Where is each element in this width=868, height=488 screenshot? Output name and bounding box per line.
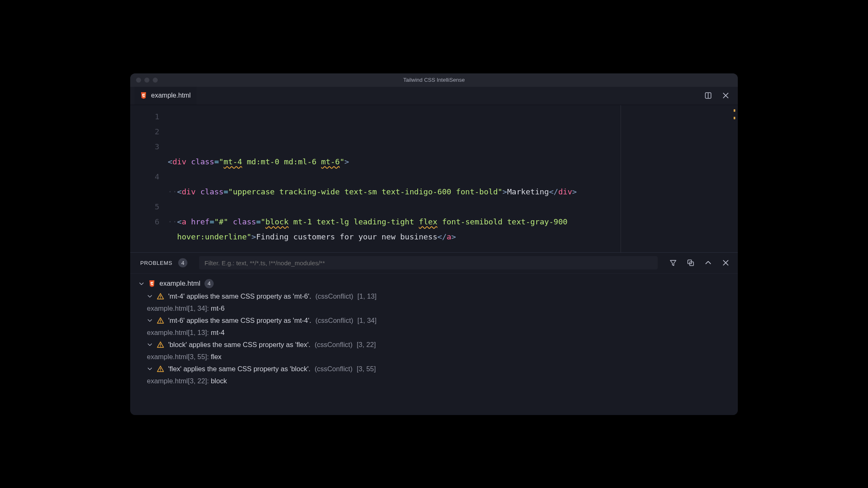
warning-icon [157, 341, 164, 348]
problem-related[interactable]: example.html[3, 22]: block [136, 375, 738, 387]
maximize-window-button[interactable] [153, 78, 158, 83]
html-file-icon [149, 280, 155, 287]
collapse-all-icon[interactable] [687, 259, 694, 267]
problems-filter-input[interactable] [199, 256, 658, 269]
problems-panel: PROBLEMS 4 example.html 4 'mt-4' appli [130, 252, 738, 415]
tab-example-html[interactable]: example.html [134, 87, 197, 105]
line-number-gutter: 1 2 3 4 5 6 [130, 105, 168, 252]
tab-label: example.html [151, 92, 191, 99]
problem-row[interactable]: 'block' applies the same CSS property as… [136, 339, 738, 351]
chevron-down-icon[interactable] [147, 317, 153, 323]
overview-ruler [734, 109, 735, 119]
titlebar: Tailwind CSS IntelliSense [130, 73, 738, 87]
panel-title[interactable]: PROBLEMS [140, 260, 172, 266]
chevron-down-icon[interactable] [147, 293, 153, 299]
warning-icon [157, 293, 164, 300]
tab-bar: example.html [130, 87, 738, 105]
chevron-down-icon[interactable] [139, 281, 144, 287]
warning-icon [157, 317, 164, 324]
window-controls [130, 78, 158, 83]
chevron-down-icon[interactable] [147, 342, 153, 347]
problems-count-badge: 4 [178, 258, 187, 267]
window-title: Tailwind CSS IntelliSense [130, 77, 738, 83]
close-panel-icon[interactable] [722, 259, 729, 267]
problem-row[interactable]: 'mt-4' applies the same CSS property as … [136, 290, 738, 302]
filter-icon[interactable] [669, 259, 677, 267]
problem-related[interactable]: example.html[1, 13]: mt-4 [136, 327, 738, 339]
warning-icon [157, 365, 164, 372]
code-editor[interactable]: 1 2 3 4 5 6 <div class="mt-4 md:mt-0 md:… [130, 105, 738, 252]
problem-related[interactable]: example.html[1, 34]: mt-6 [136, 302, 738, 314]
minimize-window-button[interactable] [144, 78, 149, 83]
problem-related[interactable]: example.html[3, 55]: flex [136, 351, 738, 363]
chevron-down-icon[interactable] [147, 366, 153, 372]
close-window-button[interactable] [136, 78, 141, 83]
panel-header: PROBLEMS 4 [130, 253, 738, 274]
problems-tree[interactable]: example.html 4 'mt-4' applies the same C… [130, 274, 738, 415]
problems-file-name: example.html [159, 279, 200, 287]
problem-row[interactable]: 'flex' applies the same CSS property as … [136, 363, 738, 375]
file-problems-count-badge: 4 [204, 279, 214, 288]
problems-file-row[interactable]: example.html 4 [136, 277, 738, 290]
chevron-up-icon[interactable] [704, 259, 712, 267]
editor-window: Tailwind CSS IntelliSense example.html 1… [130, 73, 738, 415]
code-content[interactable]: <div class="mt-4 md:mt-0 md:ml-6 mt-6"> … [168, 105, 738, 252]
html-file-icon [140, 92, 147, 99]
close-tab-icon[interactable] [722, 92, 729, 99]
problem-row[interactable]: 'mt-6' applies the same CSS property as … [136, 314, 738, 327]
split-editor-icon[interactable] [704, 92, 712, 99]
